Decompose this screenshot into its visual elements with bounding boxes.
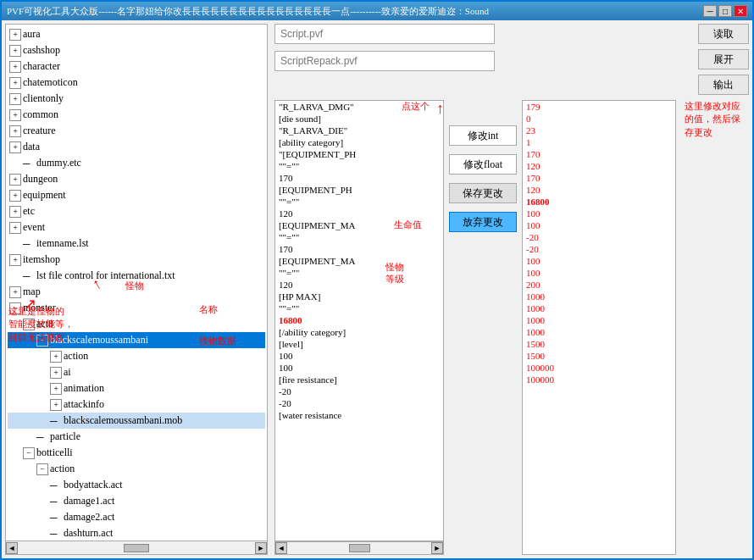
expand-button[interactable]: 展开: [698, 49, 749, 69]
expander-animation-sub[interactable]: +: [50, 383, 62, 395]
expander-itemshop[interactable]: +: [9, 254, 21, 266]
list-item[interactable]: 170: [275, 243, 443, 255]
modify-float-button[interactable]: 修改float: [449, 154, 517, 175]
tree-node-data[interactable]: + data: [8, 139, 265, 155]
tree-node-attackinfo-sub[interactable]: + attackinfo: [8, 396, 265, 413]
tree-node-common[interactable]: + common: [8, 107, 265, 123]
tree-node-botticelli[interactable]: − botticelli: [8, 445, 265, 461]
tree-node-action-bot[interactable]: − action: [8, 461, 265, 477]
expander-chatemoticon[interactable]: +: [9, 77, 21, 89]
expander-etc[interactable]: +: [9, 206, 21, 218]
tree-panel[interactable]: + aura + cashshop + character: [5, 24, 268, 555]
list-item[interactable]: [fire resistance]: [275, 374, 443, 385]
value-item[interactable]: 100: [523, 267, 675, 279]
expander-data[interactable]: +: [9, 141, 21, 153]
value-item[interactable]: 1500: [523, 338, 675, 350]
list-hscrollbar[interactable]: ◄ ►: [274, 541, 444, 555]
value-item[interactable]: 100: [523, 255, 675, 267]
list-item[interactable]: [level]: [275, 338, 443, 350]
tree-node-act8[interactable]: − act8: [8, 316, 265, 332]
list-item[interactable]: ""="": [275, 302, 443, 314]
expander-cashshop[interactable]: +: [9, 45, 21, 57]
tree-node-action-sub[interactable]: + action: [8, 348, 265, 364]
list-item[interactable]: [EQUIPMENT_MA: [275, 255, 443, 267]
tree-node-monster[interactable]: − monster: [8, 300, 265, 316]
tree-node-clientonly[interactable]: + clientonly: [8, 91, 265, 107]
value-item[interactable]: 1000: [523, 302, 675, 314]
value-item[interactable]: 1500: [523, 350, 675, 362]
tree-node-lstfile[interactable]: ─ lst file control for international.txt: [8, 268, 265, 284]
list-item[interactable]: [ability category]: [275, 136, 443, 148]
expander-dungeon[interactable]: +: [9, 174, 21, 186]
list-item[interactable]: ""="": [275, 196, 443, 208]
list-item[interactable]: ""="": [275, 267, 443, 279]
scriptrepack-pvf-input[interactable]: [274, 51, 495, 71]
expander-botticelli[interactable]: −: [23, 447, 35, 459]
close-button[interactable]: ✕: [734, 5, 747, 17]
tree-node-etc[interactable]: + etc: [8, 203, 265, 219]
expander-event[interactable]: +: [9, 222, 21, 234]
list-item[interactable]: "R_LARVA_DIE": [275, 125, 443, 136]
value-item[interactable]: 120: [523, 184, 675, 196]
expander-action-bot[interactable]: −: [36, 463, 48, 475]
tree-node-aura[interactable]: + aura: [8, 26, 265, 42]
tree-node-damage1[interactable]: ─ damage1.act: [8, 493, 265, 509]
expander-monster[interactable]: −: [9, 302, 21, 314]
expander-common[interactable]: +: [9, 109, 21, 121]
tree-node-damage2[interactable]: ─ damage2.act: [8, 509, 265, 525]
expander-aura[interactable]: +: [9, 29, 21, 41]
list-item[interactable]: 120: [275, 208, 443, 219]
list-item[interactable]: ""="": [275, 231, 443, 243]
expander-character[interactable]: +: [9, 61, 21, 73]
list-item[interactable]: [/ability category]: [275, 326, 443, 338]
list-item[interactable]: [HP MAX]: [275, 291, 443, 302]
tree-hscrollbar[interactable]: ◄ ►: [6, 541, 267, 554]
value-item[interactable]: 1: [523, 136, 675, 148]
scroll-left-btn[interactable]: ◄: [6, 542, 18, 554]
expander-equipment[interactable]: +: [9, 190, 21, 202]
tree-node-ai-sub[interactable]: + ai: [8, 364, 265, 380]
expander-action-sub[interactable]: +: [50, 351, 62, 363]
value-item[interactable]: 100: [523, 208, 675, 219]
list-item[interactable]: -20: [275, 385, 443, 397]
list-item[interactable]: 100: [275, 362, 443, 374]
value-item[interactable]: 0: [523, 113, 675, 125]
value-item[interactable]: 1000: [523, 291, 675, 302]
tree-node-bodyattack[interactable]: ─ bodyattack.act: [8, 477, 265, 493]
scroll-thumb[interactable]: [124, 544, 149, 552]
list-item[interactable]: "[EQUIPMENT_PH: [275, 148, 443, 160]
tree-node-cashshop[interactable]: + cashshop: [8, 42, 265, 58]
value-item-hp[interactable]: 16800: [523, 196, 675, 208]
modify-int-button[interactable]: 修改int: [449, 125, 517, 146]
expander-attackinfo-sub[interactable]: +: [50, 399, 62, 411]
save-changes-button[interactable]: 保存更改: [449, 183, 517, 203]
discard-changes-button[interactable]: 放弃更改: [449, 212, 517, 232]
value-item[interactable]: 1000: [523, 326, 675, 338]
tree-node-particle[interactable]: ─ particle: [8, 429, 265, 445]
value-item[interactable]: 200: [523, 279, 675, 291]
value-item[interactable]: 170: [523, 172, 675, 184]
value-item[interactable]: 179: [523, 101, 675, 113]
list-scroll-thumb[interactable]: [349, 544, 370, 552]
tree-node-blackscale[interactable]: − blackscalemoussambani: [8, 332, 265, 348]
values-list[interactable]: 179 0 23 1 170 120 170 120 16800 100 100…: [522, 100, 676, 555]
output-button[interactable]: 输出: [698, 75, 749, 95]
list-item[interactable]: 170: [275, 172, 443, 184]
tree-node-dashturn[interactable]: ─ dashturn.act: [8, 525, 265, 541]
list-scroll-right[interactable]: ►: [431, 542, 443, 554]
tree-node-creature[interactable]: + creature: [8, 123, 265, 139]
expander-blackscale[interactable]: −: [36, 335, 48, 347]
list-item[interactable]: ""="": [275, 160, 443, 172]
tree-node-itemshop[interactable]: + itemshop: [8, 252, 265, 268]
read-button[interactable]: 读取: [698, 24, 749, 44]
list-item[interactable]: 100: [275, 350, 443, 362]
expander-map[interactable]: +: [9, 286, 21, 298]
list-item[interactable]: -20: [275, 397, 443, 409]
tree-node-chatemoticon[interactable]: + chatemoticon: [8, 75, 265, 91]
minimize-button[interactable]: ─: [703, 5, 717, 17]
expander-act8[interactable]: −: [23, 319, 35, 330]
expander-ai-sub[interactable]: +: [50, 367, 62, 379]
maximize-button[interactable]: □: [718, 5, 732, 17]
list-item[interactable]: 120: [275, 279, 443, 291]
tree-node-itemname[interactable]: ─ itemname.lst: [8, 236, 265, 252]
